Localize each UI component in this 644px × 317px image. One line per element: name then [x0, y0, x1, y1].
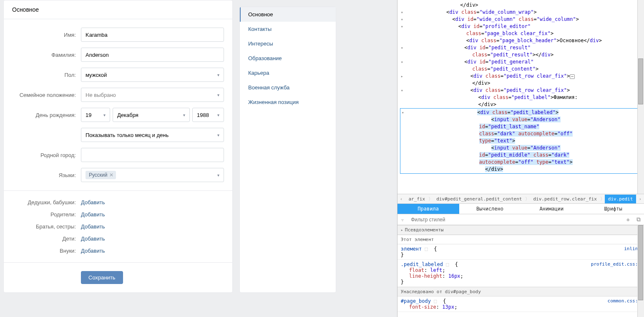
- dom-scrollbar-thumb[interactable]: [638, 58, 643, 104]
- birthday-year-select[interactable]: 1988▾: [192, 108, 224, 122]
- birthday-day-select[interactable]: 19▾: [81, 108, 110, 122]
- nav-item-career[interactable]: Карьера: [240, 66, 336, 80]
- chevron-down-icon: ▾: [103, 113, 106, 117]
- css-rule[interactable]: .pedit_labeled ⬚ {profile_edit.css:1 flo…: [397, 260, 644, 287]
- tab-computed[interactable]: Вычислено: [459, 204, 521, 214]
- devtools-breadcrumb: ‹ ar_fix〉 div#pedit_general.pedit_conten…: [397, 194, 644, 204]
- nav-item-military[interactable]: Военная служба: [240, 80, 336, 95]
- devtools-panel: </div> ▾ <div class="wide_column_wrap"> …: [397, 0, 644, 317]
- birthday-label: День рождения:: [12, 112, 81, 118]
- chevron-down-icon: ▾: [217, 93, 219, 97]
- remove-tag-icon[interactable]: ✕: [109, 172, 113, 178]
- add-grandparents-link[interactable]: Добавить: [81, 199, 105, 205]
- page-content: Основное Имя: Фамилия: Пол: мужской▾: [0, 0, 397, 317]
- devtools-tabs: Правила Вычислено Анимации Шрифты: [397, 204, 644, 214]
- parents-label: Родители:: [12, 211, 81, 218]
- dom-tree-panel[interactable]: </div> ▾ <div class="wide_column_wrap"> …: [397, 0, 644, 194]
- birthday-visibility-select[interactable]: Показывать только месяц и день▾: [81, 128, 224, 142]
- dom-scrollbar[interactable]: [637, 0, 644, 194]
- languages-select[interactable]: Русский✕ ▾: [81, 168, 224, 182]
- siblings-label: Братья, сестры:: [12, 223, 81, 230]
- tab-rules[interactable]: Правила: [397, 204, 459, 214]
- breadcrumb-item[interactable]: div.pedit_row.clear_fix: [530, 195, 600, 203]
- tab-fonts[interactable]: Шрифты: [582, 204, 644, 214]
- rule-source-link[interactable]: profile_edit.css:1: [591, 261, 641, 267]
- rule-source-link[interactable]: common.css:1: [608, 298, 641, 304]
- nav-item-interests[interactable]: Интересы: [240, 36, 336, 51]
- pseudo-elements-header[interactable]: ▸Псевдоэлементы: [397, 225, 644, 235]
- nav-item-contacts[interactable]: Контакты: [240, 22, 336, 36]
- language-tag: Русский✕: [86, 171, 116, 179]
- css-rule[interactable]: #page_body ⬚ {common.css:1 font-size: 13…: [397, 297, 644, 312]
- styles-filter-input[interactable]: [408, 215, 623, 224]
- styles-scrollbar[interactable]: [637, 225, 644, 317]
- nav-item-education[interactable]: Образование: [240, 51, 336, 66]
- css-rule[interactable]: элемент ⬚ {inline }: [397, 244, 644, 260]
- nav-item-main[interactable]: Основное: [240, 7, 336, 22]
- grandparents-label: Дедушки, бабушки:: [12, 199, 81, 205]
- children-label: Дети:: [12, 236, 81, 242]
- breadcrumb-prev-icon[interactable]: ‹: [397, 196, 405, 202]
- this-element-header: Этот элемент: [397, 235, 644, 244]
- hometown-input[interactable]: [81, 148, 224, 162]
- chevron-down-icon: ▾: [183, 113, 185, 117]
- breadcrumb-item[interactable]: div#pedit_general.pedit_content: [433, 195, 525, 203]
- divider: [4, 190, 232, 191]
- add-grandchildren-link[interactable]: Добавить: [81, 248, 105, 254]
- save-button[interactable]: Сохранить: [81, 271, 123, 284]
- add-parents-link[interactable]: Добавить: [81, 211, 105, 218]
- split-view-icon[interactable]: ⧉: [633, 216, 644, 223]
- chevron-down-icon: ▾: [217, 73, 219, 77]
- filter-icon: ▿: [397, 216, 408, 223]
- nav-item-position[interactable]: Жизненная позиция: [240, 95, 336, 109]
- chevron-down-icon: ▾: [217, 133, 219, 137]
- birthday-month-select[interactable]: Декабря▾: [113, 108, 190, 122]
- sex-label: Пол:: [12, 72, 81, 78]
- last-name-input[interactable]: [81, 48, 224, 62]
- tab-animations[interactable]: Анимации: [521, 204, 582, 214]
- profile-editor-block: Основное Имя: Фамилия: Пол: мужской▾: [3, 0, 233, 293]
- hometown-label: Родной город:: [12, 152, 81, 158]
- last-name-label: Фамилия:: [12, 52, 81, 58]
- marital-select[interactable]: Не выбрано▾: [81, 88, 224, 102]
- add-rule-icon[interactable]: +: [623, 216, 633, 223]
- add-siblings-link[interactable]: Добавить: [81, 223, 105, 230]
- page-block-header: Основное: [4, 0, 232, 19]
- side-nav: Основное Контакты Интересы Образование К…: [239, 7, 336, 293]
- sex-select[interactable]: мужской▾: [81, 68, 224, 82]
- inherited-header: Унаследовано от div#page_body: [397, 287, 644, 297]
- breadcrumb-item[interactable]: ar_fix: [405, 195, 428, 203]
- add-children-link[interactable]: Добавить: [81, 236, 105, 242]
- first-name-input[interactable]: [81, 28, 224, 42]
- styles-scrollbar-thumb[interactable]: [638, 225, 643, 300]
- styles-panel[interactable]: ▸Псевдоэлементы Этот элемент элемент ⬚ {…: [397, 225, 644, 317]
- marital-label: Семейное положение:: [12, 92, 81, 98]
- breadcrumb-next-icon[interactable]: ›: [636, 196, 644, 202]
- divider: [4, 262, 232, 263]
- first-name-label: Имя:: [12, 32, 81, 38]
- chevron-down-icon: ▾: [217, 173, 219, 178]
- chevron-down-icon: ▾: [217, 113, 219, 117]
- languages-label: Языки:: [12, 172, 81, 178]
- grandchildren-label: Внуки:: [12, 248, 81, 254]
- breadcrumb-item-active[interactable]: div.pedit: [605, 195, 636, 203]
